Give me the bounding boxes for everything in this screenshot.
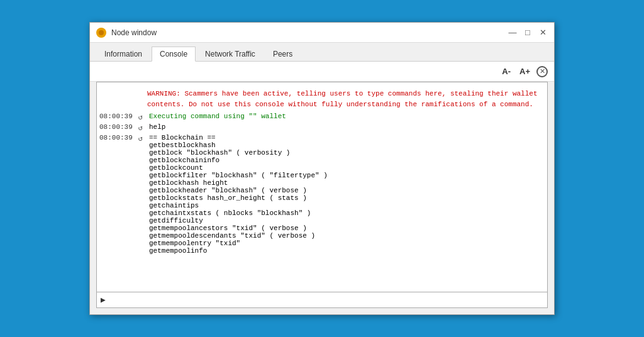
log-time-0: 08:00:39 (99, 113, 134, 120)
tab-network-traffic[interactable]: Network Traffic (197, 47, 264, 61)
log-icon-1: ↺ (134, 123, 147, 133)
console-close-button[interactable]: ✕ (536, 66, 548, 77)
log-entry-0: 08:00:39 ↺ Executing command using "" wa… (97, 112, 547, 123)
font-decrease-button[interactable]: A- (499, 65, 513, 77)
log-content-1: help (147, 123, 545, 131)
window-title: Node window (111, 28, 502, 37)
warning-message: WARNING: Scammers have been active, tell… (97, 86, 547, 112)
console-toolbar: A- A+ ✕ (90, 62, 554, 82)
console-input-row: ▶ (97, 292, 547, 307)
node-window: Node window — □ ✕ Information Console Ne… (89, 22, 555, 315)
node-icon (96, 28, 106, 38)
prompt-symbol: ▶ (101, 295, 106, 305)
close-button[interactable]: ✕ (538, 28, 548, 38)
tab-bar: Information Console Network Traffic Peer… (90, 43, 554, 62)
log-time-2: 08:00:39 (99, 134, 134, 141)
console-output[interactable]: WARNING: Scammers have been active, tell… (97, 82, 547, 292)
title-bar: Node window — □ ✕ (90, 23, 554, 43)
log-icon-2: ↺ (134, 134, 147, 143)
log-entry-1: 08:00:39 ↺ help (97, 123, 547, 133)
tab-peers[interactable]: Peers (265, 47, 301, 61)
window-controls: — □ ✕ (508, 28, 548, 38)
minimize-button[interactable]: — (508, 28, 518, 38)
log-icon-0: ↺ (134, 113, 147, 122)
log-content-2: == Blockchain ==getbestblockhashgetblock… (147, 134, 545, 255)
log-entry-2: 08:00:39 ↺ == Blockchain ==getbestblockh… (97, 133, 547, 255)
maximize-button[interactable]: □ (523, 28, 533, 38)
tab-information[interactable]: Information (96, 47, 150, 61)
log-time-1: 08:00:39 (99, 123, 134, 131)
console-area: WARNING: Scammers have been active, tell… (96, 82, 548, 308)
log-content-0: Executing command using "" wallet (147, 113, 545, 120)
console-input[interactable] (108, 296, 543, 304)
font-increase-button[interactable]: A+ (517, 65, 533, 77)
tab-console[interactable]: Console (152, 47, 196, 62)
